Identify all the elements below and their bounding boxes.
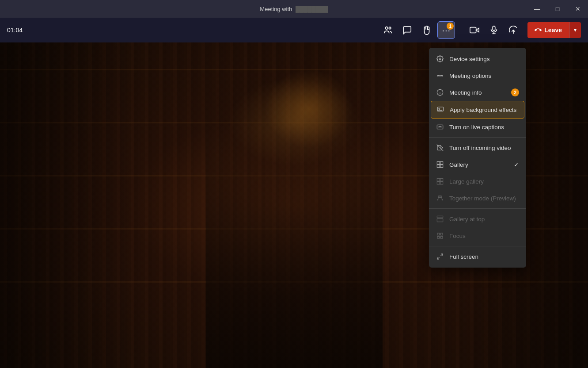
maximize-button[interactable]: □ bbox=[547, 0, 568, 18]
svg-rect-33 bbox=[437, 236, 440, 238]
raise-hand-icon bbox=[422, 25, 432, 35]
menu-item-large-gallery: Large gallery bbox=[429, 173, 526, 190]
svg-rect-30 bbox=[437, 218, 443, 222]
menu-item-live-captions[interactable]: Turn on live captions bbox=[429, 119, 526, 135]
menu-label-meeting-options: Meeting options bbox=[449, 73, 491, 79]
svg-rect-25 bbox=[437, 182, 440, 184]
menu-label-large-gallery: Large gallery bbox=[449, 178, 484, 185]
svg-point-8 bbox=[439, 58, 441, 60]
menu-item-device-settings[interactable]: Device settings bbox=[429, 50, 526, 67]
gear-icon bbox=[436, 55, 444, 63]
captions-icon bbox=[436, 123, 444, 131]
raise-hand-button[interactable] bbox=[418, 21, 436, 39]
menu-item-apply-background[interactable]: Apply background effects bbox=[431, 101, 524, 119]
share-button[interactable] bbox=[505, 21, 522, 39]
menu-label-gallery: Gallery bbox=[449, 161, 468, 168]
mic-button[interactable] bbox=[485, 21, 503, 39]
together-icon bbox=[436, 194, 444, 202]
window-controls: — □ ✕ bbox=[527, 0, 588, 18]
menu-item-gallery-at-top: Gallery at top bbox=[429, 211, 526, 227]
svg-rect-21 bbox=[437, 165, 440, 168]
menu-divider-2 bbox=[429, 208, 526, 209]
svg-point-11 bbox=[437, 75, 439, 77]
svg-point-28 bbox=[440, 196, 442, 198]
left-vignette bbox=[0, 42, 133, 368]
video-off-icon bbox=[436, 144, 444, 152]
menu-label-focus: Focus bbox=[449, 233, 466, 239]
share-icon bbox=[508, 25, 518, 35]
participants-icon bbox=[383, 25, 393, 35]
svg-point-9 bbox=[440, 75, 441, 77]
meeting-info-badge: 2 bbox=[511, 88, 519, 96]
menu-label-apply-background: Apply background effects bbox=[450, 107, 516, 113]
leave-main: Leave bbox=[527, 22, 569, 38]
menu-item-focus: Focus bbox=[429, 227, 526, 244]
svg-rect-19 bbox=[437, 161, 440, 164]
meeting-title: Meeting with ████████ bbox=[260, 6, 328, 12]
menu-item-meeting-options[interactable]: Meeting options bbox=[429, 67, 526, 84]
menu-item-meeting-info[interactable]: Meeting info 2 bbox=[429, 84, 526, 101]
svg-rect-31 bbox=[437, 233, 440, 235]
menu-label-full-screen: Full screen bbox=[449, 253, 478, 260]
svg-point-16 bbox=[439, 108, 440, 110]
meeting-toolbar: 01:04 ··· bbox=[0, 18, 588, 42]
more-options-button[interactable]: ··· 1 bbox=[437, 21, 455, 39]
chat-button[interactable] bbox=[398, 21, 416, 39]
svg-marker-2 bbox=[476, 28, 479, 32]
leave-button[interactable]: Leave ▾ bbox=[527, 22, 581, 38]
menu-label-device-settings: Device settings bbox=[449, 56, 490, 62]
menu-item-gallery[interactable]: Gallery ✓ bbox=[429, 156, 526, 173]
participants-button[interactable] bbox=[379, 21, 397, 39]
menu-item-turn-off-video[interactable]: Turn off incoming video bbox=[429, 139, 526, 156]
more-badge: 1 bbox=[447, 23, 454, 30]
svg-rect-17 bbox=[437, 125, 443, 129]
svg-point-10 bbox=[441, 75, 443, 77]
close-button[interactable]: ✕ bbox=[568, 0, 588, 18]
info-icon bbox=[436, 88, 444, 96]
minimize-button[interactable]: — bbox=[527, 0, 547, 18]
svg-rect-34 bbox=[440, 236, 443, 238]
dropdown-menu: Device settings Meeting options Meeting … bbox=[429, 48, 526, 268]
menu-label-meeting-info: Meeting info bbox=[449, 89, 482, 96]
menu-divider-3 bbox=[429, 246, 526, 246]
fullscreen-icon bbox=[436, 253, 444, 261]
menu-item-together-mode: Together mode (Preview) bbox=[429, 190, 526, 207]
gallery-icon bbox=[436, 161, 444, 169]
svg-rect-26 bbox=[440, 182, 443, 184]
svg-rect-23 bbox=[437, 178, 440, 181]
leave-dropdown-arrow[interactable]: ▾ bbox=[569, 22, 581, 38]
svg-rect-3 bbox=[470, 27, 476, 33]
svg-line-35 bbox=[440, 254, 443, 256]
menu-item-full-screen[interactable]: Full screen bbox=[429, 248, 526, 265]
background-icon bbox=[436, 106, 444, 114]
meeting-timer: 01:04 bbox=[7, 27, 23, 34]
toolbar-actions: ··· 1 bbox=[379, 21, 581, 39]
svg-rect-24 bbox=[440, 178, 443, 181]
mic-icon bbox=[489, 25, 499, 35]
camera-button[interactable] bbox=[466, 21, 483, 39]
menu-label-live-captions: Turn on live captions bbox=[449, 124, 504, 130]
focus-icon bbox=[436, 232, 444, 240]
svg-line-36 bbox=[437, 257, 440, 259]
chat-icon bbox=[402, 25, 412, 35]
menu-label-together-mode: Together mode (Preview) bbox=[449, 195, 516, 202]
gallery-checkmark: ✓ bbox=[514, 161, 519, 168]
svg-rect-22 bbox=[440, 165, 443, 168]
large-gallery-icon bbox=[436, 177, 444, 185]
svg-rect-20 bbox=[440, 161, 443, 164]
menu-label-gallery-at-top: Gallery at top bbox=[449, 216, 485, 222]
svg-rect-29 bbox=[437, 216, 443, 218]
options-icon bbox=[436, 72, 444, 80]
svg-rect-32 bbox=[440, 233, 443, 235]
title-bar: Meeting with ████████ — □ ✕ bbox=[0, 0, 588, 18]
menu-label-turn-off-video: Turn off incoming video bbox=[449, 145, 511, 151]
svg-rect-4 bbox=[493, 26, 496, 31]
person-silhouette bbox=[206, 67, 383, 368]
gallery-top-icon bbox=[436, 215, 444, 223]
svg-point-0 bbox=[386, 27, 388, 29]
svg-point-1 bbox=[389, 27, 391, 29]
menu-divider-1 bbox=[429, 137, 526, 138]
phone-icon bbox=[533, 25, 543, 35]
camera-icon bbox=[470, 25, 479, 35]
